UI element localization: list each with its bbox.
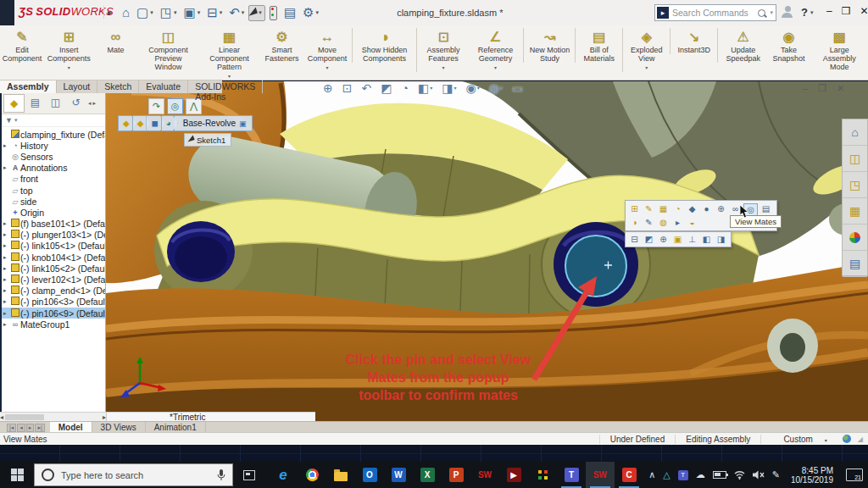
status-custom-dropdown[interactable]: Custom bbox=[760, 435, 835, 444]
popup-tool[interactable]: ◩ bbox=[643, 234, 655, 245]
popup-tool[interactable]: ✎ bbox=[643, 203, 655, 214]
popup-tool[interactable]: ▦ bbox=[657, 203, 670, 214]
popup-tool[interactable]: ⊞ bbox=[628, 203, 641, 214]
print[interactable]: ⊟ bbox=[204, 4, 225, 21]
breadcrumb-feature-chip[interactable]: Base-Revolve ▣ bbox=[174, 115, 253, 131]
popup-tool[interactable]: ⊥ bbox=[686, 234, 698, 245]
tray-expand[interactable]: ∧ bbox=[648, 469, 655, 480]
tree-item[interactable]: ▸ (-) pin106<3> (Default<<D bbox=[2, 297, 105, 308]
outlook[interactable]: O bbox=[355, 462, 384, 488]
pin-left[interactable] bbox=[167, 221, 235, 282]
camtasia[interactable]: C bbox=[615, 462, 643, 488]
options[interactable]: ⚙ bbox=[300, 4, 321, 21]
teams[interactable]: T bbox=[557, 462, 586, 488]
open-document[interactable]: ◳ bbox=[158, 4, 180, 21]
view-settings[interactable]: ▭ bbox=[512, 81, 523, 95]
pen-icon[interactable]: ✎ bbox=[772, 469, 780, 480]
ribbon-button[interactable]: ⊞ Insert Components bbox=[44, 28, 93, 72]
ribbon-button[interactable]: ▦ Linear Component Pattern bbox=[198, 28, 259, 80]
taskbar-clock[interactable]: 8:45 PM 10/15/2019 bbox=[791, 466, 833, 485]
tray-teams[interactable]: T bbox=[678, 470, 688, 480]
tree-filter[interactable]: ▼ ▾ bbox=[2, 114, 105, 127]
tree-item[interactable]: ▸ (-) pin106<9> (Default<<D bbox=[2, 308, 105, 319]
popup-tool[interactable]: ◒ bbox=[686, 217, 698, 228]
volume-muted-icon[interactable] bbox=[753, 470, 765, 480]
battery-icon[interactable] bbox=[713, 471, 726, 479]
command-tab[interactable]: Layout bbox=[57, 80, 98, 93]
save[interactable]: ▣ bbox=[181, 4, 203, 21]
base-arm-hole[interactable] bbox=[780, 333, 805, 362]
doc-window-button[interactable]: – bbox=[803, 83, 808, 94]
search-commands-box[interactable]: ▸ Search Commands ▾ bbox=[654, 4, 776, 21]
forward[interactable]: ↷ bbox=[148, 98, 164, 114]
appearances-scenes[interactable] bbox=[843, 225, 867, 251]
ribbon-button[interactable]: ⊡ Assembly Features bbox=[416, 28, 469, 72]
popup-tool[interactable]: ⊟ bbox=[628, 234, 641, 245]
ribbon-button[interactable]: ◈ Exploded View bbox=[622, 28, 669, 72]
zoom-to-area[interactable]: ⊡ bbox=[342, 81, 353, 95]
tree-item[interactable]: ▱ front bbox=[2, 174, 105, 185]
view-sketch[interactable]: ◔ bbox=[401, 81, 408, 95]
microsoft-edge[interactable]: e bbox=[269, 462, 298, 488]
menu-expand-arrow[interactable]: ▸ bbox=[103, 6, 115, 19]
tree-item[interactable]: ▸ ∞ MateGroup1 bbox=[2, 319, 105, 330]
rebuild-traffic-light[interactable] bbox=[267, 4, 280, 22]
resize-grip[interactable]: ◢ bbox=[858, 435, 863, 443]
popup-tool[interactable]: ▤ bbox=[760, 203, 772, 214]
window-control-button[interactable]: – bbox=[826, 5, 832, 17]
scroll-left-arrow[interactable]: ◂ bbox=[0, 413, 3, 421]
tree-item[interactable]: + Origin bbox=[2, 207, 105, 218]
search-icon[interactable] bbox=[758, 9, 765, 17]
ribbon-button[interactable]: ◑ Show Hidden Components bbox=[352, 28, 415, 63]
featuremanager-tree[interactable]: ◆ bbox=[3, 94, 25, 113]
tree-item[interactable]: clamping_fixture (Default<Dis bbox=[2, 129, 105, 140]
tab-nav-button[interactable]: ▸| bbox=[35, 424, 44, 432]
previous-view[interactable]: ↶ bbox=[361, 81, 371, 95]
doc-window-button[interactable]: ❒ bbox=[818, 83, 826, 94]
ribbon-button[interactable]: ◫ Component Preview Window bbox=[137, 28, 198, 71]
tray-onedrive[interactable]: ☁ bbox=[696, 469, 705, 480]
tree-item[interactable]: ◎ Sensors bbox=[2, 151, 105, 162]
window-control-button[interactable]: ❒ bbox=[842, 5, 851, 17]
chrome[interactable] bbox=[298, 462, 326, 488]
filter-dropdown-icon[interactable]: ▾ bbox=[14, 117, 18, 124]
tree-item[interactable]: ▸ ◔ History bbox=[2, 140, 105, 151]
task-view-button[interactable] bbox=[238, 464, 260, 486]
hide-show-items[interactable]: ◉ bbox=[465, 81, 479, 95]
solidworks-resources[interactable]: ⌂ bbox=[843, 119, 867, 146]
word[interactable]: W bbox=[384, 462, 413, 488]
notification-center[interactable]: 21 bbox=[846, 469, 863, 481]
ribbon-button[interactable]: ↝ New Motion Study bbox=[523, 28, 573, 63]
tree-item[interactable]: ▸ (-) lever102<1> (Default<< bbox=[2, 274, 105, 285]
scroll-thumb[interactable] bbox=[5, 414, 44, 420]
popup-tool[interactable]: ▣ bbox=[671, 234, 684, 245]
solidworks-2019[interactable]: SW bbox=[470, 462, 499, 488]
tree-item[interactable]: ▱ top bbox=[2, 185, 105, 196]
custom-properties[interactable]: ▤ bbox=[843, 251, 867, 277]
tree-item[interactable]: ▸ A Annotations bbox=[2, 163, 105, 174]
popup-tool[interactable]: ▸ bbox=[671, 217, 684, 228]
search-dropdown-icon[interactable]: ▾ bbox=[770, 9, 773, 16]
file-explorer[interactable] bbox=[326, 462, 355, 488]
user-account-icon[interactable] bbox=[782, 6, 793, 18]
ribbon-button[interactable]: ∞ Mate bbox=[93, 28, 137, 54]
tab-nav-button[interactable]: ▸ bbox=[26, 424, 35, 432]
tree-item[interactable]: ▸ (-) plunger103<1> (Default bbox=[2, 230, 105, 241]
design-library[interactable]: ◫ bbox=[843, 146, 867, 172]
tree-item[interactable]: ▸ (-) clamp_end<1> (Default bbox=[2, 286, 105, 297]
panel-arrow[interactable]: ◂ bbox=[88, 100, 92, 107]
tree-item[interactable]: ▸ (-) knob104<1> (Default< bbox=[2, 252, 105, 263]
recorder[interactable]: ▶ bbox=[499, 462, 528, 488]
start-button[interactable] bbox=[0, 462, 34, 488]
tab-nav-button[interactable]: |◂ bbox=[7, 424, 16, 432]
command-tab[interactable]: Evaluate bbox=[139, 80, 188, 93]
ribbon-button[interactable]: ⚠ Update Speedpak bbox=[717, 28, 767, 63]
excel[interactable]: X bbox=[413, 462, 442, 488]
sprinkles-app[interactable] bbox=[528, 462, 557, 488]
wifi-icon[interactable] bbox=[734, 470, 745, 480]
ribbon-button[interactable]: ◉ Take Snapshot bbox=[767, 28, 811, 63]
configurationmanager[interactable]: ◫ bbox=[46, 94, 65, 111]
tree-item[interactable]: ▸ (-) link105<1> (Default<<[ bbox=[2, 241, 105, 252]
popup-tool[interactable]: ● bbox=[700, 203, 713, 214]
command-tab[interactable]: Assembly bbox=[0, 80, 57, 93]
